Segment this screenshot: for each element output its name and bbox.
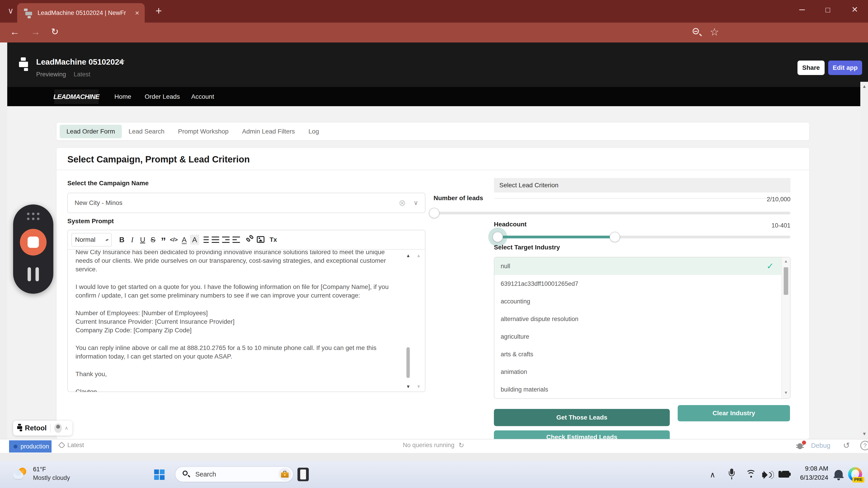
edit-app-button[interactable]: Edit app <box>828 61 862 75</box>
debug-label[interactable]: Debug <box>811 442 830 449</box>
forward-icon[interactable]: → <box>31 27 40 37</box>
clear-format-icon[interactable]: Tx <box>268 233 278 247</box>
clear-selection-icon[interactable]: ⊗ <box>399 199 406 207</box>
reload-icon[interactable]: ↻ <box>51 27 59 36</box>
list-item[interactable]: accounting <box>494 293 790 310</box>
debug-bug-icon[interactable] <box>796 442 805 450</box>
leads-slider-track[interactable] <box>434 212 790 215</box>
start-button[interactable] <box>154 469 164 480</box>
list-scroll-up-icon[interactable]: ▲ <box>784 259 788 263</box>
copilot-icon[interactable]: PRE <box>848 467 862 481</box>
nav-item-account[interactable]: Account <box>191 93 214 100</box>
nav-item-order-leads[interactable]: Order Leads <box>145 93 180 100</box>
list-item[interactable]: null ✓ <box>494 257 790 275</box>
code-icon[interactable]: </> <box>168 233 179 247</box>
text-color-icon[interactable]: A <box>179 233 189 247</box>
list-scroll-thumb[interactable] <box>784 267 788 295</box>
list-item[interactable]: arts & crafts <box>494 346 790 363</box>
list-item[interactable]: 639121ac33dff10001265ed7 <box>494 275 790 293</box>
weather-icon[interactable] <box>13 467 29 482</box>
check-estimated-leads-button[interactable]: Check Estimated Leads <box>494 430 670 439</box>
stop-recording-button[interactable] <box>20 229 46 256</box>
outer-scroll-down-icon[interactable]: ▼ <box>416 384 421 389</box>
wifi-icon[interactable] <box>745 470 757 480</box>
campaign-select[interactable]: New City - Minos ⊗ ∨ <box>67 193 426 213</box>
ordered-list-icon[interactable] <box>200 233 210 247</box>
maximize-icon[interactable]: □ <box>826 6 830 13</box>
speaker-icon[interactable] <box>762 470 774 480</box>
app-icon-notes[interactable] <box>298 468 309 481</box>
clear-industry-button[interactable]: Clear Industry <box>678 405 790 421</box>
search-highlight-icon[interactable] <box>278 468 291 481</box>
industry-listbox[interactable]: null ✓ 639121ac33dff10001265ed7 accounti… <box>494 257 790 399</box>
list-item[interactable]: animation <box>494 363 790 381</box>
underline-icon[interactable]: U <box>137 233 148 247</box>
list-item[interactable]: agriculture <box>494 328 790 346</box>
image-icon[interactable] <box>255 233 266 247</box>
microphone-icon[interactable] <box>728 468 735 480</box>
notification-bell-icon[interactable] <box>834 469 844 480</box>
refresh-icon[interactable]: ↻ <box>458 442 464 449</box>
format-dropdown[interactable]: Normal ▴▾ <box>71 233 112 247</box>
scroll-up-icon[interactable]: ▲ <box>862 84 867 89</box>
highlight-icon[interactable]: A <box>190 235 199 245</box>
list-item[interactable]: building materials <box>494 381 790 398</box>
badge-chevron-up-icon[interactable]: ∧ <box>65 426 68 431</box>
tab-lead-order-form[interactable]: Lead Order Form <box>60 125 122 138</box>
pause-button[interactable] <box>28 267 39 281</box>
tray-chevron-icon[interactable]: ∧ <box>710 471 715 479</box>
tab-close-icon[interactable]: × <box>135 9 139 17</box>
nav-item-home[interactable]: Home <box>114 93 131 100</box>
editor-scroll-up-icon[interactable]: ▲ <box>406 253 410 258</box>
rich-text-editor[interactable]: Normal ▴▾ B I U S ” </> A A <box>67 230 426 392</box>
headcount-min-handle[interactable] <box>493 232 503 242</box>
tab-lead-search[interactable]: Lead Search <box>122 125 171 138</box>
share-button[interactable]: Share <box>798 61 825 75</box>
get-those-leads-button[interactable]: Get Those Leads <box>494 409 670 426</box>
environment-badge[interactable]: production <box>9 440 52 453</box>
italic-icon[interactable]: I <box>127 233 137 247</box>
bookmark-star-icon[interactable]: ☆ <box>710 27 719 37</box>
bullet-list-icon[interactable] <box>210 233 221 247</box>
chevron-down-icon[interactable]: ∨ <box>414 200 418 206</box>
indent-icon[interactable] <box>231 233 241 247</box>
drag-handle-icon[interactable] <box>27 213 39 220</box>
recorder-widget[interactable] <box>13 204 53 294</box>
minimize-icon[interactable]: – <box>799 4 805 14</box>
tab-admin-lead-filters[interactable]: Admin Lead Filters <box>235 125 302 138</box>
browser-tab[interactable]: LeadMachine 05102024 | NewFr × <box>17 3 145 23</box>
headcount-max-handle[interactable] <box>610 232 620 242</box>
retool-badge[interactable]: Retool ∧ <box>13 421 72 435</box>
release-version[interactable]: Latest <box>59 442 84 449</box>
favorite-star-icon[interactable]: ★ <box>119 57 125 65</box>
window-close-icon[interactable]: × <box>852 4 858 14</box>
editor-scroll-down-icon[interactable]: ▼ <box>406 384 410 389</box>
list-scrollbar[interactable]: ▲ ▼ <box>781 257 790 398</box>
outer-scroll-up-icon[interactable]: ▲ <box>416 253 421 258</box>
zoom-out-icon[interactable] <box>692 28 703 38</box>
scroll-down-icon[interactable]: ▼ <box>862 431 867 436</box>
version-label[interactable]: Latest <box>74 71 90 78</box>
help-icon[interactable]: ? <box>860 441 868 450</box>
tab-search-chevron-icon[interactable]: ∨ <box>8 7 13 15</box>
tray-clock-date[interactable]: 6/13/2024 <box>788 474 828 481</box>
new-tab-icon[interactable]: + <box>156 5 162 16</box>
link-icon[interactable] <box>245 233 255 247</box>
back-icon[interactable]: ← <box>10 27 20 37</box>
outdent-icon[interactable] <box>221 233 231 247</box>
tab-prompt-workshop[interactable]: Prompt Workshop <box>171 125 236 138</box>
tab-log[interactable]: Log <box>302 125 326 138</box>
blockquote-icon[interactable]: ” <box>158 233 168 247</box>
editor-content[interactable]: New City Insurance has been dedicated to… <box>68 250 402 392</box>
list-item[interactable]: alternative dispute resolution <box>494 310 790 328</box>
tray-clock-time[interactable]: 9:08 AM <box>788 465 828 472</box>
strikethrough-icon[interactable]: S <box>148 233 158 247</box>
history-icon[interactable]: ↺ <box>843 442 850 450</box>
weather-condition[interactable]: Mostly cloudy <box>33 475 70 482</box>
app-scrollbar[interactable]: ▲ ▼ <box>860 82 868 439</box>
weather-temp[interactable]: 61°F <box>33 466 46 473</box>
editor-scroll-thumb[interactable] <box>406 347 410 378</box>
leads-slider-handle[interactable] <box>429 208 439 218</box>
taskbar-search[interactable]: Search <box>175 466 293 482</box>
bold-icon[interactable]: B <box>117 233 127 247</box>
